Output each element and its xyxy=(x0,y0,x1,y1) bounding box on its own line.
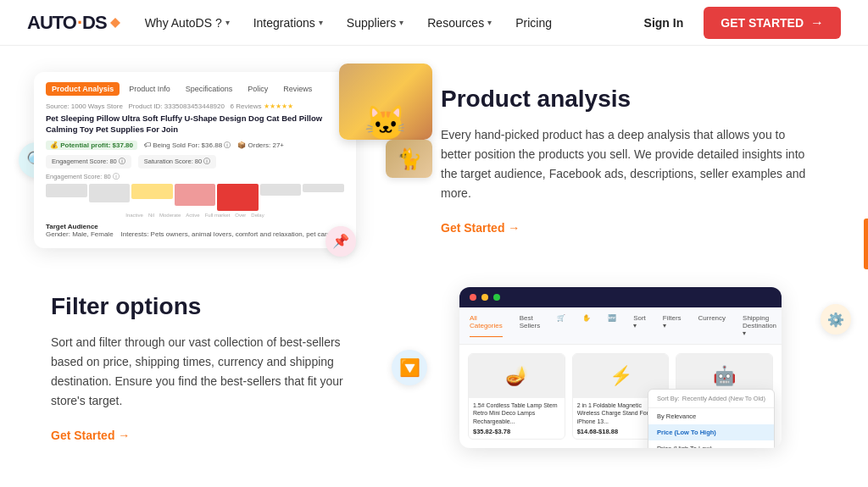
card-meta: Source: 1000 Ways Store Product ID: 3335… xyxy=(46,102,344,110)
section-filter-title: Filter options xyxy=(51,292,373,321)
section-product-title: Product analysis xyxy=(441,85,817,113)
orders-count: 📦 Orders: 27+ xyxy=(237,141,284,149)
filter-screen-header xyxy=(459,287,782,307)
chevron-down-icon: ▾ xyxy=(225,18,230,27)
right-accent-bar xyxy=(864,219,868,269)
product-price-1: $35.82-$3.78 xyxy=(473,428,560,435)
cat-product-image: 🐱 xyxy=(339,64,432,140)
nav-all-categories[interactable]: All Categories xyxy=(470,314,503,337)
section-product-desc: Every hand-picked product has a deep ana… xyxy=(441,125,817,203)
nav-item-suppliers[interactable]: Suppliers ▾ xyxy=(347,16,403,30)
navbar: AUTO·DS Why AutoDS ? ▾ Integrations ▾ Su… xyxy=(0,0,868,46)
filter-get-started-link[interactable]: Get Started → xyxy=(51,429,130,443)
cat-product-image-small: 🐈 xyxy=(386,140,432,178)
nav-sort[interactable]: Sort ▾ xyxy=(633,314,646,337)
chevron-down-icon: ▾ xyxy=(319,18,323,27)
tab-specifications[interactable]: Specifications xyxy=(180,82,239,96)
target-audience: Target Audience Gender: Male, Female Int… xyxy=(46,223,344,238)
sort-dropdown: Sort By: Recently Added (New To Old) By … xyxy=(648,389,775,447)
get-started-button[interactable]: GET STARTED → xyxy=(704,7,841,39)
product-analysis-section: 🔍 Product Analysis Product Info Specific… xyxy=(0,46,868,266)
sort-option-by-relevance[interactable]: By Relevance xyxy=(648,408,774,424)
pin-icon-circle: 📌 xyxy=(326,226,356,257)
saturation-score: Saturation Score: 80 ⓘ xyxy=(138,155,216,169)
nav-currency[interactable]: Currency xyxy=(698,314,726,337)
logo-icon xyxy=(109,17,121,29)
product-analysis-visual: 🔍 Product Analysis Product Info Specific… xyxy=(34,72,407,248)
sort-option-price-low-high[interactable]: Price (Low To High) xyxy=(648,424,774,440)
sort-option-price-high-low[interactable]: Price (High To Low) xyxy=(648,440,774,447)
window-dot-green xyxy=(493,294,500,301)
nav-new[interactable]: 🆕 xyxy=(608,314,616,337)
arrow-icon: → xyxy=(810,15,824,30)
engagement-chart: Engagement Score: 80 ⓘ xyxy=(46,173,344,218)
card-score-row: Engagement Score: 80 ⓘ Saturation Score:… xyxy=(46,155,344,169)
product-get-started-link[interactable]: Get Started → xyxy=(441,221,520,235)
product-thumb-img-1: 🪔 xyxy=(469,354,565,398)
nav-best-sellers[interactable]: Best Sellers xyxy=(520,314,540,337)
nav-trending[interactable]: 🛒 xyxy=(557,314,565,337)
nav-item-pricing[interactable]: Pricing xyxy=(515,16,552,30)
product-card-mock: Product Analysis Product Info Specificat… xyxy=(34,72,356,248)
filter-screen-mock: All Categories Best Sellers 🛒 ✋ 🆕 Sort ▾… xyxy=(459,287,782,447)
product-thumb-info-1: 1.5# Cordless Table Lamp Stem Retro Mini… xyxy=(469,398,565,438)
filter-options-section: Filter options Sort and filter through o… xyxy=(0,266,868,486)
product-thumb-1: 🪔 1.5# Cordless Table Lamp Stem Retro Mi… xyxy=(468,353,565,439)
nav-destination[interactable]: Shipping Destination ▾ xyxy=(743,314,776,337)
section-filter-desc: Sort and filter through our vast collect… xyxy=(51,333,373,411)
chevron-down-icon: ▾ xyxy=(399,18,403,27)
being-sold-price: 🏷 Being Sold For: $36.88 ⓘ xyxy=(144,141,231,150)
filter-text: Filter options Sort and filter through o… xyxy=(51,292,373,443)
window-dot-yellow xyxy=(481,294,488,301)
nav-filters[interactable]: Filters ▾ xyxy=(663,314,682,337)
window-dot-red xyxy=(470,294,476,301)
settings-icon-circle: ⚙️ xyxy=(821,304,851,335)
nav-left: AUTO·DS Why AutoDS ? ▾ Integrations ▾ Su… xyxy=(27,12,552,34)
filter-screen-nav: All Categories Best Sellers 🛒 ✋ 🆕 Sort ▾… xyxy=(459,307,782,345)
card-price-row: 💰 Potential profit: $37.80 🏷 Being Sold … xyxy=(46,141,344,150)
potential-profit: 💰 Potential profit: $37.80 xyxy=(46,141,137,150)
card-title: Pet Sleeping Pillow Ultra Soft Fluffy U-… xyxy=(46,113,344,136)
signin-button[interactable]: Sign In xyxy=(634,11,694,35)
product-analysis-text: Product analysis Every hand-picked produ… xyxy=(441,85,817,235)
logo[interactable]: AUTO·DS xyxy=(27,12,121,34)
logo-text: AUTO·DS xyxy=(27,12,107,34)
filter-visual: 🔽 All Categories Best Sellers 🛒 ✋ 🆕 Sort… xyxy=(407,287,834,447)
engagement-score: Engagement Score: 80 ⓘ xyxy=(46,155,131,169)
nav-item-why-autods[interactable]: Why AutoDS ? ▾ xyxy=(145,16,230,30)
nav-item-resources[interactable]: Resources ▾ xyxy=(427,16,492,30)
tab-reviews[interactable]: Reviews xyxy=(277,82,318,96)
nav-right: Sign In GET STARTED → xyxy=(634,7,841,39)
tab-product-analysis[interactable]: Product Analysis xyxy=(46,82,120,96)
nav-item-integrations[interactable]: Integrations ▾ xyxy=(253,16,323,30)
tab-policy[interactable]: Policy xyxy=(242,82,274,96)
sort-header: Sort By: Recently Added (New To Old) xyxy=(648,390,774,408)
filter-icon-circle: 🔽 xyxy=(392,350,427,385)
chevron-down-icon: ▾ xyxy=(487,18,492,27)
tab-product-info[interactable]: Product Info xyxy=(123,82,176,96)
nav-hand-picked[interactable]: ✋ xyxy=(582,314,591,337)
card-tabs: Product Analysis Product Info Specificat… xyxy=(46,82,344,96)
